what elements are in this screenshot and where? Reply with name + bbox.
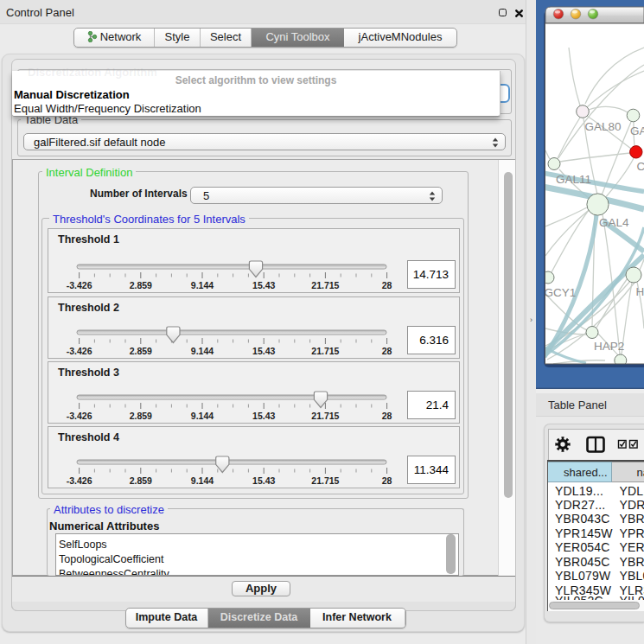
svg-text:15.43: 15.43 (252, 346, 275, 356)
svg-text:9.144: 9.144 (191, 280, 214, 290)
svg-text:GCY1: GCY1 (545, 286, 577, 299)
svg-text:-3.426: -3.426 (67, 411, 92, 421)
svg-text:21.715: 21.715 (311, 475, 339, 486)
svg-text:-3.426: -3.426 (67, 280, 92, 290)
svg-text:2.859: 2.859 (130, 346, 152, 356)
svg-text:GAL11: GAL11 (556, 173, 591, 186)
svg-text:-3.426: -3.426 (67, 346, 92, 356)
svg-text:2.859: 2.859 (130, 475, 152, 486)
svg-text:H: H (636, 285, 644, 298)
svg-text:2.859: 2.859 (130, 280, 152, 290)
svg-text:15.43: 15.43 (252, 411, 275, 421)
svg-text:28: 28 (382, 346, 392, 356)
svg-text:9.144: 9.144 (191, 411, 214, 421)
svg-text:28: 28 (382, 280, 392, 290)
svg-text:GAL80: GAL80 (585, 120, 622, 133)
svg-text:21.715: 21.715 (311, 411, 339, 421)
svg-text:15.43: 15.43 (252, 280, 275, 290)
svg-text:9.144: 9.144 (191, 346, 214, 356)
svg-text:C: C (637, 160, 644, 173)
svg-text:21.715: 21.715 (311, 280, 339, 290)
svg-text:GAL: GAL (630, 124, 644, 137)
svg-text:21.715: 21.715 (311, 346, 339, 356)
svg-text:-3.426: -3.426 (67, 475, 92, 486)
svg-text:28: 28 (382, 411, 392, 421)
svg-text:HAP2: HAP2 (594, 340, 624, 353)
svg-text:15.43: 15.43 (252, 475, 275, 486)
svg-text:GAL4: GAL4 (599, 216, 629, 229)
svg-text:9.144: 9.144 (191, 475, 214, 486)
svg-text:2.859: 2.859 (130, 411, 152, 421)
svg-text:28: 28 (382, 475, 392, 486)
